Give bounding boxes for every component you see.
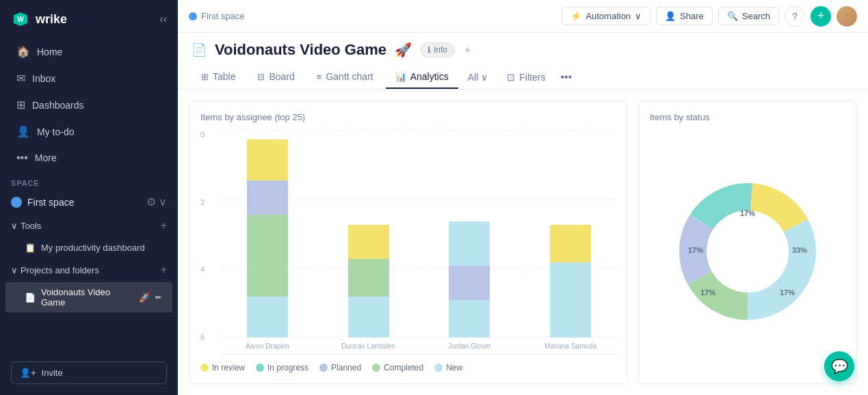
legend-inprogress-label: In progress xyxy=(267,363,308,372)
sidebar-item-home-label: Home xyxy=(37,46,62,57)
table-icon: ⊞ xyxy=(201,72,209,82)
star-button[interactable]: ✦ xyxy=(463,44,472,57)
sidebar-item-more[interactable]: ••• More xyxy=(5,146,172,170)
space-name-row[interactable]: First space xyxy=(11,197,74,208)
bar-duncan-new xyxy=(348,297,389,338)
inbox-icon: ✉ xyxy=(16,72,25,85)
sidebar-collapse-button[interactable]: ‹‹ xyxy=(159,13,167,25)
projects-chevron-icon: ∨ xyxy=(11,265,18,275)
board-icon: ⊟ xyxy=(257,72,265,82)
donut-chart-panel: Items by status xyxy=(638,100,857,384)
user-avatar[interactable] xyxy=(837,6,857,27)
legend-inprogress-dot xyxy=(256,364,264,372)
project-icon: 📄 xyxy=(25,292,36,303)
breadcrumb-text: First space xyxy=(201,11,245,21)
search-button[interactable]: 🔍 Search xyxy=(718,7,779,25)
space-name: First space xyxy=(27,197,74,208)
projects-collapse-button[interactable]: ∨ Projects and folders xyxy=(11,265,99,275)
logo[interactable]: W wrike xyxy=(11,10,67,29)
logo-text: wrike xyxy=(36,12,67,27)
y-label-6: 6 xyxy=(200,333,217,341)
filters-button[interactable]: ⊡ Filters xyxy=(500,68,552,87)
bar-aaron-completed xyxy=(247,215,288,297)
project-header: 📄 Voidonauts Video Game 🚀 ℹ Info ✦ ⊞ Tab… xyxy=(178,33,868,90)
space-chevron-icon[interactable]: ∨ xyxy=(159,195,167,208)
y-label-2: 2 xyxy=(200,198,217,206)
bar-jordan-planned xyxy=(449,266,490,300)
topbar-actions: ⚡ Automation ∨ 👤 Share 🔍 Search ? + xyxy=(562,6,857,27)
sidebar-header: W wrike ‹‹ xyxy=(0,0,178,38)
sidebar-item-inbox-label: Inbox xyxy=(32,73,55,84)
mytodo-icon: 👤 xyxy=(16,125,30,138)
bar-group-jordan: Jordan Glover xyxy=(425,221,515,338)
home-icon: 🏠 xyxy=(16,45,30,58)
bar-label-duncan: Duncan Lambden xyxy=(324,342,414,350)
legend-inprogress: In progress xyxy=(256,363,308,372)
all-label: All xyxy=(468,72,479,83)
tab-table[interactable]: ⊞ Table xyxy=(192,66,245,89)
breadcrumb-dot-icon xyxy=(189,12,197,21)
sidebar: W wrike ‹‹ 🏠 Home ✉ Inbox ⊞ Dashboards 👤… xyxy=(0,0,178,395)
pct-label-completed: 17% xyxy=(780,288,795,297)
bar-duncan-inreview xyxy=(348,225,389,259)
bar-chart-legend: In review In progress Planned Completed xyxy=(200,363,616,372)
info-label: Info xyxy=(434,45,447,55)
tab-analytics-label: Analytics xyxy=(410,71,449,82)
pct-label-new: 33% xyxy=(792,246,807,254)
tools-add-icon[interactable]: + xyxy=(161,219,167,232)
productivity-dashboard-label: My productivity dashboard xyxy=(41,243,145,253)
more-options-button[interactable]: ••• xyxy=(555,67,577,87)
invite-button[interactable]: 👤+ Invite xyxy=(11,362,167,384)
project-doc-icon: 📄 xyxy=(192,42,207,57)
invite-plus-icon: 👤+ xyxy=(20,368,36,378)
tab-table-label: Table xyxy=(213,71,235,82)
sidebar-item-productivity-dashboard[interactable]: 📋 My productivity dashboard xyxy=(5,238,172,258)
tab-analytics[interactable]: 📊 Analytics xyxy=(386,66,458,89)
legend-completed: Completed xyxy=(372,363,423,372)
donut-center xyxy=(708,212,787,291)
analytics-icon: 📊 xyxy=(395,72,406,82)
add-button[interactable]: + xyxy=(811,6,831,27)
edit-project-icon[interactable]: ✏ xyxy=(155,293,161,302)
bar-label-aaron: Aaron Drapkin xyxy=(222,342,313,350)
donut-chart-title: Items by status xyxy=(650,112,845,122)
legend-completed-dot xyxy=(372,364,380,372)
pct-label-inreview: 17% xyxy=(740,209,755,217)
bar-aaron-inreview xyxy=(247,139,288,180)
automation-button[interactable]: ⚡ Automation ∨ xyxy=(562,7,650,25)
sidebar-item-mytodo[interactable]: 👤 My to-do xyxy=(5,119,172,144)
filter-icon: ⊡ xyxy=(507,72,515,83)
space-section-label: Space xyxy=(0,171,178,190)
sidebar-item-dashboards-label: Dashboards xyxy=(32,100,84,111)
project-emoji: 🚀 xyxy=(395,42,412,58)
legend-planned-dot xyxy=(319,364,328,372)
sidebar-item-dashboards[interactable]: ⊞ Dashboards xyxy=(5,92,172,118)
chat-button[interactable]: 💬 xyxy=(824,351,854,381)
legend-inreview: In review xyxy=(200,363,245,372)
tab-bar: ⊞ Table ⊟ Board ≡ Gantt chart 📊 Analytic… xyxy=(192,66,854,89)
bar-mariana-new xyxy=(550,262,591,338)
all-dropdown[interactable]: All ∨ xyxy=(461,68,495,87)
bar-label-jordan: Jordan Glover xyxy=(425,342,515,350)
y-axis: 6 4 2 0 xyxy=(200,131,217,355)
bar-chart-container: 6 4 2 0 xyxy=(200,131,616,372)
tools-collapse-button[interactable]: ∨ Tools xyxy=(11,221,41,231)
share-button[interactable]: 👤 Share xyxy=(656,7,713,25)
info-button[interactable]: ℹ Info xyxy=(420,42,455,57)
sidebar-item-home[interactable]: 🏠 Home xyxy=(5,39,172,64)
project-title: Voidonauts Video Game xyxy=(215,41,386,59)
bar-chart-panel: Items by assignee (top 25) 6 4 2 0 xyxy=(189,100,627,384)
bar-group-duncan: Duncan Lambden xyxy=(324,225,414,338)
tab-board[interactable]: ⊟ Board xyxy=(248,66,304,89)
breadcrumb: First space xyxy=(189,11,245,21)
sidebar-item-voidonauts[interactable]: 📄 Voidonauts Video Game 🚀 ✏ xyxy=(5,282,172,312)
projects-section: ∨ Projects and folders + xyxy=(0,258,178,282)
help-button[interactable]: ? xyxy=(785,6,805,27)
space-settings-icon[interactable]: ⚙ xyxy=(146,195,156,208)
tab-gantt[interactable]: ≡ Gantt chart xyxy=(307,66,383,89)
sidebar-item-inbox[interactable]: ✉ Inbox xyxy=(5,66,172,91)
more-icon: ••• xyxy=(16,152,28,164)
search-icon: 🔍 xyxy=(727,11,738,21)
donut-chart-container: 17% 33% 17% 17% 17% xyxy=(650,131,845,372)
projects-add-icon[interactable]: + xyxy=(161,264,167,276)
